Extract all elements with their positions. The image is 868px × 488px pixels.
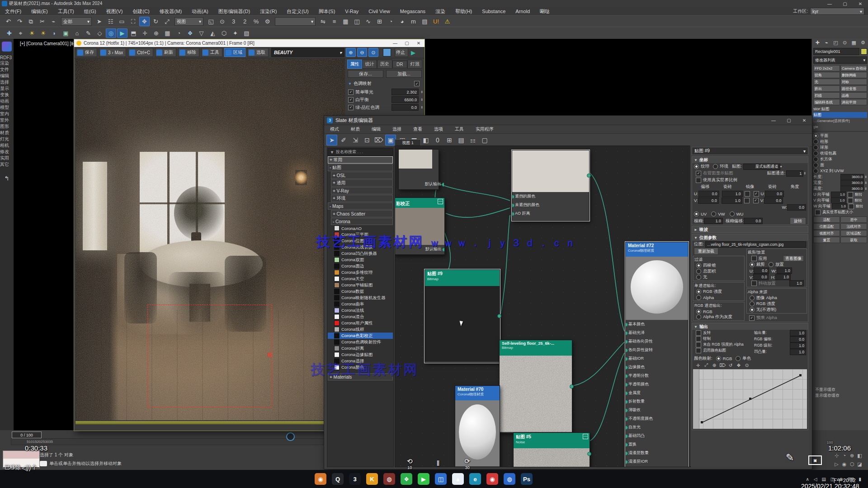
slate-minimize-icon[interactable]: — — [766, 117, 781, 124]
viewport-nav-icon[interactable]: ◉ — [840, 460, 848, 468]
input-dot[interactable] — [626, 331, 628, 335]
browser-category[interactable]: + OSL — [331, 172, 393, 179]
taskbar-app-icon[interactable]: Q — [332, 473, 344, 485]
uvw-projection-option[interactable]: 柱形 — [812, 139, 868, 145]
menu-item[interactable]: 视图(V) — [101, 8, 128, 15]
custom-toolbar-icon[interactable]: ▶ — [117, 28, 127, 38]
uvw-mode-option[interactable]: WU — [730, 211, 744, 216]
sidebar-item[interactable]: 其它 — [0, 162, 9, 167]
modifier-button[interactable]: 删除网格 — [840, 72, 867, 78]
viewport-nav-icon[interactable]: ⊹ — [833, 452, 840, 460]
slate-toolbar-icon[interactable]: ▤ — [456, 135, 467, 145]
node-input-slot[interactable]: 基本颜色 — [626, 320, 688, 328]
browser-map-item[interactable]: Corona光线切换 — [328, 244, 393, 250]
custom-toolbar-icon[interactable]: ⬡ — [219, 28, 229, 38]
maximize-icon[interactable]: ▢ — [837, 0, 853, 7]
frame-counter[interactable]: 0 / 100 — [12, 432, 42, 438]
modifier-button[interactable]: 对称 — [840, 79, 867, 85]
vfb-minimize-icon[interactable]: — — [389, 41, 401, 46]
toolbar-icon[interactable]: ➤ — [94, 17, 104, 26]
slate-menu-item[interactable]: 选项 — [428, 126, 449, 132]
uvw-dimension-row[interactable]: 长度:3600.0⇕ — [812, 174, 868, 180]
rewind-10-button[interactable]: ⟲10 — [407, 457, 413, 470]
toolbar-icon[interactable]: ↻ — [151, 17, 161, 26]
sidebar-item[interactable]: 材质 — [0, 130, 9, 135]
motion-tab-icon[interactable]: ⊙ — [840, 40, 849, 47]
curve-add-point-icon[interactable]: ⊕ — [711, 362, 718, 368]
filter-option[interactable]: 总面积 — [694, 268, 743, 274]
output-dot[interactable] — [587, 174, 591, 178]
tray-icon[interactable]: ▤ — [821, 477, 826, 482]
taskbar-app-icon[interactable]: ◫ — [435, 473, 447, 485]
input-dot[interactable] — [626, 323, 628, 327]
curve-zoom-icon[interactable]: ⊙ — [743, 362, 750, 368]
map-channel-field[interactable]: 1 — [786, 170, 803, 177]
toolbar-icon[interactable]: ⌁ — [48, 17, 59, 26]
custom-toolbar-icon[interactable]: ☀ — [27, 28, 37, 38]
taskbar-app-icon[interactable]: K — [366, 473, 378, 485]
uvw-tile-row[interactable]: U 向平铺1.0翻转 — [812, 192, 868, 197]
node-input-slot[interactable]: 置换 — [626, 440, 688, 449]
node-floor-bitmap[interactable]: Self-leveling floor_25_6k-...Bitmap — [499, 340, 572, 433]
node-map9-bitmap[interactable]: 贴图 #9Bitmap — [425, 269, 500, 363]
custom-toolbar-icon[interactable]: ◗ — [49, 28, 60, 38]
browser-map-item[interactable]: Corona用户属性 — [328, 320, 393, 326]
custom-toolbar-icon[interactable]: ✎ — [83, 28, 94, 38]
alpha-source-option[interactable]: RGB 强度 — [748, 301, 806, 307]
vfb-toolbar-button[interactable]: Ctrl+C — [128, 48, 153, 57]
toolbar-icon[interactable]: ⛶ — [128, 17, 138, 26]
object-name-field[interactable]: Rectangle001 — [813, 48, 859, 55]
browser-category[interactable]: + V-Ray — [331, 187, 393, 194]
uvw-tile-row[interactable]: W 向平铺1.0翻转 — [812, 203, 868, 209]
vfb-panel-tab[interactable]: DR — [392, 61, 407, 68]
vfb-panel-tab[interactable]: 统计 — [362, 60, 377, 69]
modifier-button[interactable]: 涡轮平滑 — [840, 99, 867, 105]
custom-toolbar-icon[interactable]: ⬒ — [128, 28, 139, 38]
u-tile-field[interactable]: 1.0 — [722, 191, 743, 197]
uvw-mode-option[interactable]: UV — [694, 211, 707, 216]
sidebar-item[interactable]: 图形 — [0, 124, 9, 129]
browser-materials-footer[interactable]: + Materials — [328, 373, 393, 380]
toolbar-icon[interactable]: ⚠ — [442, 17, 453, 26]
toolbar-icon[interactable]: ▦ — [340, 17, 351, 26]
menu-item[interactable]: Civil View — [363, 8, 395, 15]
vfb-toolbar-button[interactable]: 刷新 — [155, 48, 176, 57]
taskbar-app-icon[interactable]: ▶ — [418, 473, 429, 485]
slate-toolbar-icon[interactable]: ⌦ — [373, 135, 384, 145]
browser-map-item[interactable]: Corona曲率 — [328, 301, 393, 307]
slate-menu-item[interactable]: 选择 — [387, 126, 407, 132]
browser-map-item[interactable]: Corona色调映射控件 — [328, 339, 393, 345]
slate-toolbar-icon[interactable]: ⇲ — [350, 135, 361, 145]
browser-category[interactable]: + 通用 — [331, 179, 393, 187]
browser-category[interactable]: - Corona — [331, 218, 393, 225]
node-material72[interactable]: Material #72Corona物理材质 基本颜色 基础光泽 基础各向异性 … — [625, 242, 689, 467]
vfb-toolbar-button[interactable]: 工具 — [201, 48, 222, 57]
modifier-button[interactable]: Camera 自动分割面 — [840, 65, 867, 71]
sidebar-item[interactable]: 修改 — [0, 149, 9, 154]
toolbar-icon[interactable]: ◫ — [352, 17, 362, 26]
uvw-dimension-row[interactable]: 宽度:3600.0⇕ — [812, 180, 868, 186]
colormap-option[interactable]: RGB — [716, 356, 732, 361]
node-input-slot[interactable]: 未遮挡的颜色 — [512, 201, 589, 209]
sidebar-item[interactable]: RDF3 — [0, 55, 12, 60]
blur-field[interactable]: 1.0 — [704, 218, 723, 224]
viewport-nav-icon[interactable]: ◔ — [840, 452, 848, 460]
curve-move-icon[interactable]: ✛ — [694, 362, 702, 368]
browser-category[interactable]: + 常用 — [328, 156, 393, 164]
browser-map-item[interactable]: Corona映射随机发生器 — [328, 295, 393, 301]
modifier-button[interactable]: 路径变形 — [840, 85, 867, 92]
uvw-projection-option[interactable]: 收缩包裹 — [812, 150, 868, 156]
input-dot[interactable] — [512, 195, 514, 199]
custom-toolbar-icon[interactable]: ⊕ — [151, 28, 161, 38]
node-input-slot[interactable]: 边缘颜色 — [626, 363, 688, 371]
input-dot[interactable] — [626, 374, 628, 378]
slate-menu-item[interactable]: 模式 — [324, 126, 345, 132]
display-tab-icon[interactable]: ▦ — [849, 40, 859, 47]
toolbar-icon[interactable]: ⇋ — [318, 17, 328, 26]
menu-item[interactable]: Substance — [477, 8, 510, 15]
menu-item[interactable]: 修改器(M) — [155, 8, 187, 15]
custom-toolbar-icon[interactable]: ▣ — [61, 28, 71, 38]
node-color-correct[interactable]: 彩校正— 默认输出 — [395, 197, 445, 255]
sidebar-item[interactable]: 显示 — [0, 86, 9, 91]
node-input-slot[interactable]: 遮挡的颜色 — [512, 192, 589, 201]
